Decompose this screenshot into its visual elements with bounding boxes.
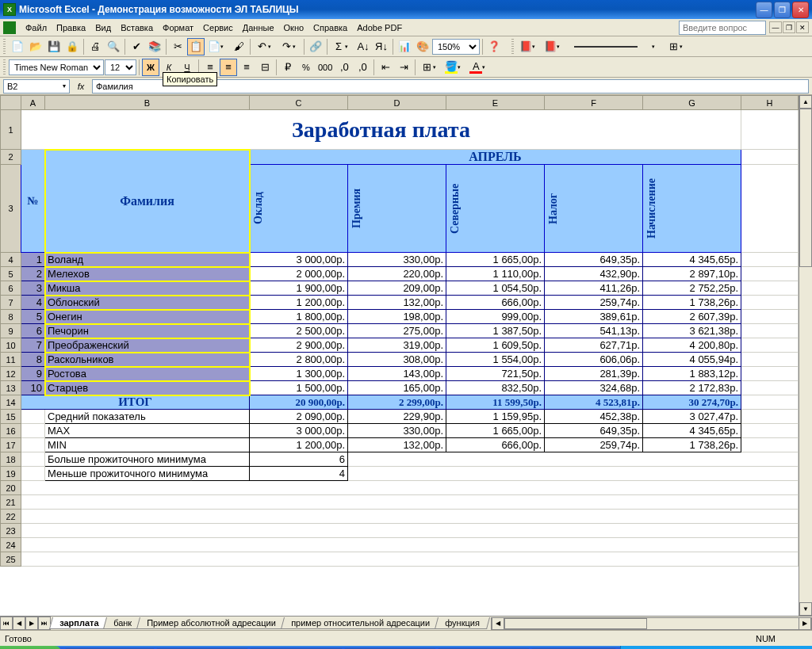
cell[interactable]: 389,61р. bbox=[545, 310, 643, 324]
cell[interactable]: 5 bbox=[21, 310, 45, 324]
indent-inc-button[interactable]: ⇥ bbox=[395, 59, 412, 76]
format-painter-button[interactable]: 🖌 bbox=[230, 38, 247, 55]
sort-asc-button[interactable]: A↓ bbox=[354, 38, 372, 55]
cell[interactable]: 4 055,94р. bbox=[643, 353, 741, 367]
scroll-up[interactable]: ▲ bbox=[799, 95, 812, 109]
menu-format[interactable]: Формат bbox=[158, 21, 198, 34]
sheet-tab[interactable]: пример относительной адресации bbox=[281, 617, 440, 629]
hscroll-thumb[interactable] bbox=[504, 618, 647, 629]
row-header[interactable]: 17 bbox=[1, 438, 21, 452]
cell[interactable]: MAX bbox=[45, 424, 250, 438]
save-button[interactable]: 💾 bbox=[45, 38, 63, 55]
menu-insert[interactable]: Вставка bbox=[116, 21, 158, 34]
indent-dec-button[interactable]: ⇤ bbox=[377, 59, 394, 76]
pdf-button[interactable]: 📕▾ bbox=[517, 38, 541, 55]
col-header[interactable]: H bbox=[741, 96, 799, 110]
currency-button[interactable]: ₽ bbox=[279, 59, 297, 76]
col-oklad[interactable]: Оклад bbox=[252, 165, 265, 252]
cell[interactable]: 1 500,00р. bbox=[250, 381, 348, 395]
cell[interactable]: 10 bbox=[21, 381, 45, 395]
inner-restore[interactable]: ❐ bbox=[783, 21, 795, 33]
col-header[interactable]: C bbox=[250, 96, 348, 110]
cell[interactable]: 1 387,50р. bbox=[446, 324, 545, 338]
align-center-button[interactable]: ≡ bbox=[220, 59, 237, 76]
close-button[interactable]: ✕ bbox=[792, 2, 809, 18]
col-premia[interactable]: Премия bbox=[350, 165, 363, 252]
cell[interactable]: 4 bbox=[21, 296, 45, 310]
cell[interactable]: 411,26р. bbox=[545, 281, 643, 296]
name-box[interactable]: B2▾ bbox=[3, 79, 70, 94]
cell[interactable]: 220,00р. bbox=[348, 267, 446, 281]
cell[interactable]: 3 bbox=[21, 281, 45, 296]
cell[interactable]: 1 609,50р. bbox=[446, 338, 545, 353]
autosum-button[interactable]: Σ▾ bbox=[330, 38, 354, 55]
col-header[interactable]: F bbox=[545, 96, 643, 110]
row-header[interactable]: 13 bbox=[1, 381, 21, 395]
tab-prev[interactable]: ◀ bbox=[13, 617, 25, 630]
row-header[interactable]: 14 bbox=[1, 395, 21, 410]
cell[interactable]: 3 621,38р. bbox=[643, 324, 741, 338]
cell[interactable]: 1 900,00р. bbox=[250, 281, 348, 296]
cell[interactable]: 4 345,65р. bbox=[643, 253, 741, 267]
cell[interactable]: Старцев bbox=[45, 381, 250, 395]
cell[interactable]: 2 500,00р. bbox=[250, 324, 348, 338]
hyperlink-button[interactable]: 🔗 bbox=[307, 38, 324, 55]
cell[interactable]: Меньше прожиточного минимума bbox=[45, 467, 250, 481]
inner-close[interactable]: ✕ bbox=[796, 21, 809, 33]
row-header[interactable]: 16 bbox=[1, 424, 21, 438]
align-right-button[interactable]: ≡ bbox=[238, 59, 255, 76]
cell[interactable]: 1 bbox=[21, 253, 45, 267]
more-button[interactable]: ▾ bbox=[646, 38, 664, 55]
new-button[interactable]: 📄 bbox=[9, 38, 26, 55]
cell[interactable]: MIN bbox=[45, 438, 250, 452]
cell[interactable]: 2 897,10р. bbox=[643, 267, 741, 281]
cell[interactable]: 452,38р. bbox=[545, 410, 643, 424]
menu-tools[interactable]: Сервис bbox=[198, 21, 238, 34]
fill-color-button[interactable]: 🪣▾ bbox=[442, 59, 466, 76]
row-header[interactable]: 25 bbox=[1, 552, 21, 567]
size-select[interactable]: 12 bbox=[105, 59, 136, 75]
cell[interactable]: 2 800,00р. bbox=[250, 353, 348, 367]
chart-button[interactable]: 📊 bbox=[396, 38, 413, 55]
cell[interactable]: 606,06р. bbox=[545, 353, 643, 367]
itog-label[interactable]: ИТОГ bbox=[21, 395, 250, 410]
row-header[interactable]: 22 bbox=[1, 510, 21, 524]
bold-button[interactable]: Ж bbox=[142, 59, 159, 76]
help-search[interactable] bbox=[679, 21, 766, 35]
cell[interactable]: 666,00р. bbox=[446, 296, 545, 310]
decimal-dec-button[interactable]: ,0 bbox=[354, 59, 371, 76]
cell[interactable]: 1 300,00р. bbox=[250, 367, 348, 381]
cell[interactable]: 4 200,80р. bbox=[643, 338, 741, 353]
cell[interactable]: 1 738,26р. bbox=[643, 296, 741, 310]
hscroll-left[interactable]: ◀ bbox=[492, 618, 504, 629]
maximize-button[interactable]: ❐ bbox=[774, 2, 791, 18]
row-header[interactable]: 12 bbox=[1, 367, 21, 381]
col-header[interactable]: D bbox=[348, 96, 446, 110]
col-nachislenie[interactable]: Начисление bbox=[645, 165, 658, 252]
cell[interactable]: 275,00р. bbox=[348, 324, 446, 338]
permission-button[interactable]: 🔒 bbox=[63, 38, 81, 55]
toolbar-grip-2[interactable] bbox=[511, 39, 514, 55]
row-header[interactable]: 2 bbox=[1, 150, 21, 165]
row-header[interactable]: 5 bbox=[1, 267, 21, 281]
comma-button[interactable]: 000 bbox=[316, 59, 335, 76]
col-header[interactable]: G bbox=[643, 96, 741, 110]
cell[interactable]: 229,90р. bbox=[348, 410, 446, 424]
row-header[interactable]: 23 bbox=[1, 524, 21, 538]
cell[interactable]: 1 054,50р. bbox=[446, 281, 545, 296]
cell[interactable]: Средний показатель bbox=[45, 410, 250, 424]
spelling-button[interactable]: ✔ bbox=[128, 38, 145, 55]
cell[interactable]: 132,00р. bbox=[348, 438, 446, 452]
title-cell[interactable]: Заработная плата bbox=[21, 110, 741, 150]
cell[interactable]: 319,00р. bbox=[348, 338, 446, 353]
row-header[interactable]: 8 bbox=[1, 310, 21, 324]
cell[interactable]: 2 752,25р. bbox=[643, 281, 741, 296]
cell[interactable]: 7 bbox=[21, 338, 45, 353]
row-header[interactable]: 4 bbox=[1, 253, 21, 267]
cell[interactable]: Облонский bbox=[45, 296, 250, 310]
month-header[interactable]: АПРЕЛЬ bbox=[250, 150, 741, 165]
cell[interactable]: 165,00р. bbox=[348, 381, 446, 395]
cell[interactable]: 209,00р. bbox=[348, 281, 446, 296]
row-header[interactable]: 11 bbox=[1, 353, 21, 367]
inner-minimize[interactable]: — bbox=[769, 21, 782, 33]
